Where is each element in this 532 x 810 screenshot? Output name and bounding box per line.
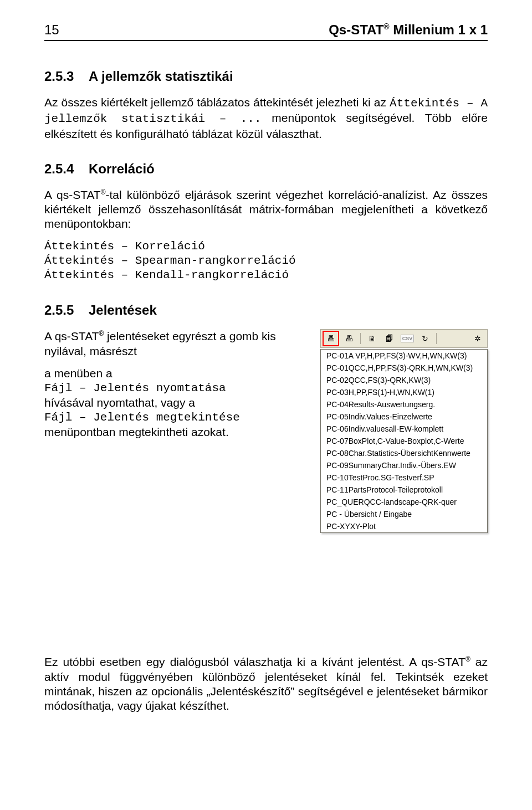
- dropdown-item[interactable]: PC-04Results-Auswertungserg.: [321, 398, 487, 411]
- section-253-body: Az összes kiértékelt jellemző táblázatos…: [44, 95, 488, 141]
- page-number: 15: [44, 22, 59, 38]
- section-255-heading: 2.5.5Jelentések: [44, 303, 488, 318]
- report-dropdown[interactable]: PC-01A VP,H,PP,FS(3)-WV,H,WN,KW(3)PC-01Q…: [320, 349, 488, 533]
- toolbar-separator: [360, 333, 361, 344]
- print-button[interactable]: 🖶: [323, 331, 339, 346]
- dropdown-item[interactable]: PC-11PartsProtocol-Teileprotokoll: [321, 484, 487, 496]
- section-255-body: A qs-STAT® jelentéseket egyrészt a gomb …: [44, 329, 309, 447]
- refresh-icon: ↻: [422, 334, 428, 343]
- star-icon: ✲: [474, 334, 481, 343]
- refresh-button[interactable]: ↻: [417, 331, 433, 346]
- copy-button[interactable]: 🗐: [382, 331, 397, 346]
- csv-button[interactable]: CSV: [400, 331, 415, 346]
- dropdown-item[interactable]: PC-01A VP,H,PP,FS(3)-WV,H,WN,KW(3): [321, 350, 487, 362]
- copy-icon: 🗐: [386, 334, 393, 343]
- section-253-heading: 2.5.3A jellemzők statisztikái: [44, 69, 488, 84]
- dropdown-item[interactable]: PC-09SummaryChar.Indiv.-Übers.EW: [321, 459, 487, 471]
- dropdown-item[interactable]: PC-06Indiv.valuesall-EW-komplett: [321, 423, 487, 435]
- printer-icon: 🖶: [345, 334, 353, 343]
- dropdown-item[interactable]: PC-03H,PP,FS(1)-H,WN,KW(1): [321, 386, 487, 398]
- dropdown-item[interactable]: PC-XYXY-Plot: [321, 520, 487, 532]
- footer-paragraph: Ez utóbbi esetben egy dialógusból válasz…: [44, 655, 488, 713]
- dropdown-item[interactable]: PC_QUERQCC-landscape-QRK-quer: [321, 496, 487, 508]
- section-254-heading: 2.5.4Korreláció: [44, 161, 488, 177]
- print-alt-button[interactable]: 🖶: [341, 331, 357, 346]
- page-header: 15 Qs-STAT® Millenium 1 x 1: [44, 22, 488, 41]
- star-button[interactable]: ✲: [470, 331, 485, 346]
- header-title: Qs-STAT® Millenium 1 x 1: [329, 22, 488, 38]
- dropdown-item[interactable]: PC-07BoxPlot,C-Value-Boxplot,C-Werte: [321, 435, 487, 447]
- dropdown-item[interactable]: PC-01QCC,H,PP,FS(3)-QRK,H,WN,KW(3): [321, 362, 487, 374]
- page-icon: 🗎: [368, 334, 376, 343]
- dropdown-item[interactable]: PC-08Char.Statistics-ÜbersichtKennwerte: [321, 447, 487, 459]
- section-254-menus: Áttekintés – Korreláció Áttekintés – Spe…: [44, 239, 488, 283]
- report-toolbar: 🖶 🖶 🗎 🗐 CSV ↻ ✲: [320, 329, 488, 348]
- dropdown-item[interactable]: PC-02QCC,FS(3)-QRK,KW(3): [321, 374, 487, 386]
- dropdown-item[interactable]: PC-10TestProc.SG-Testverf.SP: [321, 471, 487, 484]
- dropdown-item[interactable]: PC - Übersicht / Eingabe: [321, 508, 487, 520]
- printer-icon: 🖶: [327, 334, 335, 343]
- page-button[interactable]: 🗎: [364, 331, 380, 346]
- dropdown-item[interactable]: PC-05Indiv.Values-Einzelwerte: [321, 411, 487, 423]
- toolbar-separator: [436, 333, 437, 344]
- csv-icon: CSV: [401, 335, 415, 342]
- section-254-body: A qs-STAT®-tal különböző eljárások szeri…: [44, 188, 488, 232]
